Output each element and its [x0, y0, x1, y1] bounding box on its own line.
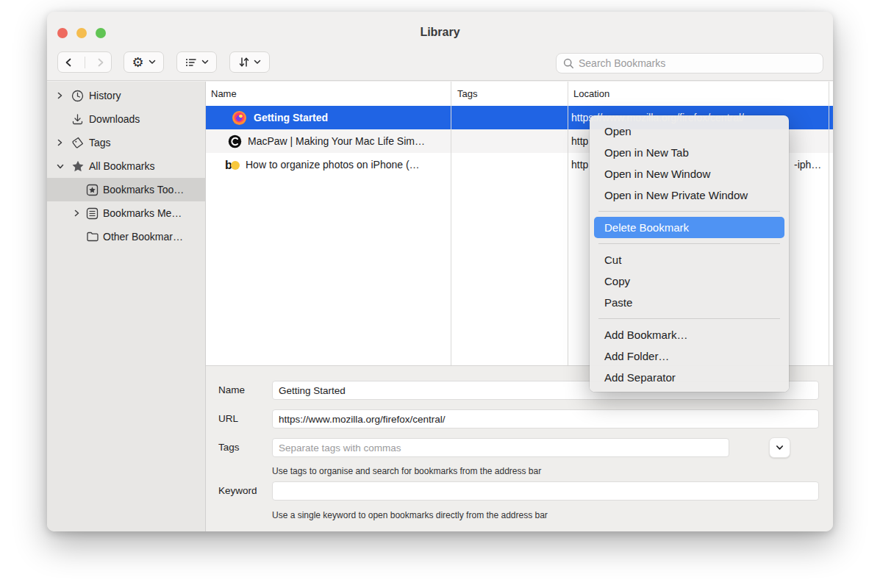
- column-header-tags[interactable]: Tags: [457, 82, 477, 106]
- menu-item-open-new-private-window[interactable]: Open in New Private Window: [590, 184, 789, 206]
- star-icon: [71, 160, 85, 173]
- download-icon: [71, 113, 84, 126]
- sidebar-item-tags[interactable]: Tags: [47, 131, 205, 154]
- sort-menu-button[interactable]: [229, 51, 270, 73]
- sidebar-item-downloads[interactable]: Downloads: [47, 107, 205, 131]
- sidebar-item-label: Bookmarks Me…: [103, 207, 182, 219]
- bookmark-name: Getting Started: [254, 112, 328, 123]
- chevron-down-icon: [201, 60, 209, 65]
- bookmark-location: http: [571, 129, 588, 153]
- tags-field[interactable]: [272, 438, 729, 457]
- firefox-favicon: [232, 111, 246, 125]
- menu-item-open-new-window[interactable]: Open in New Window: [590, 163, 789, 184]
- menu-item-cut[interactable]: Cut: [590, 249, 789, 270]
- sidebar: History Downloads Tags All Bookmarks Boo…: [47, 82, 205, 531]
- organize-menu-button[interactable]: ⚙: [124, 51, 164, 73]
- menu-item-open[interactable]: Open: [590, 121, 789, 142]
- bookmarks-toolbar-icon: [86, 184, 99, 196]
- chevron-down-icon: [149, 60, 156, 65]
- chevron-right-icon[interactable]: [57, 139, 64, 146]
- tags-dropdown-button[interactable]: [769, 437, 790, 458]
- sidebar-item-bookmarks-menu[interactable]: Bookmarks Me…: [47, 201, 205, 225]
- history-nav-group: [57, 51, 112, 73]
- tags-label: Tags: [218, 442, 240, 453]
- tags-help-text: Use tags to organise and search for book…: [272, 466, 541, 476]
- keyword-field[interactable]: [272, 481, 819, 501]
- back-button[interactable]: [58, 52, 80, 72]
- search-field[interactable]: [556, 53, 823, 74]
- sidebar-item-label: Downloads: [89, 113, 140, 125]
- menu-item-paste[interactable]: Paste: [590, 292, 789, 313]
- bookmark-name: MacPaw | Making Your Mac Life Sim…: [248, 135, 425, 147]
- column-divider[interactable]: [568, 82, 568, 365]
- chevron-down-icon: [776, 445, 784, 451]
- chevron-left-icon: [65, 58, 73, 67]
- chevron-down-icon[interactable]: [57, 163, 64, 170]
- library-window: Library ⚙: [47, 12, 833, 531]
- menu-item-copy[interactable]: Copy: [590, 270, 789, 292]
- clock-icon: [71, 90, 84, 102]
- sidebar-item-bookmarks-toolbar[interactable]: Bookmarks Too…: [47, 178, 205, 201]
- chevron-right-icon[interactable]: [74, 209, 81, 217]
- search-icon: [563, 58, 574, 69]
- keyword-label: Keyword: [218, 485, 257, 496]
- column-divider[interactable]: [451, 82, 451, 365]
- views-menu-button[interactable]: [176, 51, 217, 73]
- url-field[interactable]: [272, 409, 819, 429]
- menu-separator: [598, 243, 780, 244]
- menu-item-add-folder[interactable]: Add Folder…: [590, 345, 789, 367]
- menu-item-add-separator[interactable]: Add Separator: [590, 367, 789, 388]
- forward-button[interactable]: [89, 52, 111, 72]
- bookmark-name: How to organize photos on iPhone (…: [246, 159, 420, 171]
- tag-icon: [71, 137, 85, 149]
- menu-item-open-new-tab[interactable]: Open in New Tab: [590, 142, 789, 163]
- window-chrome: Library ⚙: [47, 12, 833, 81]
- column-header-location[interactable]: Location: [573, 82, 609, 106]
- sidebar-item-label: All Bookmarks: [89, 160, 154, 172]
- screenshot-root: Library ⚙: [0, 0, 894, 588]
- b-favicon: b: [225, 158, 240, 172]
- bookmarks-menu-icon: [86, 207, 99, 220]
- chevron-right-icon: [96, 58, 104, 67]
- menu-item-add-bookmark[interactable]: Add Bookmark…: [590, 324, 789, 345]
- menu-separator: [598, 318, 780, 319]
- sidebar-item-label: History: [89, 90, 121, 101]
- sidebar-item-other-bookmarks[interactable]: Other Bookmar…: [47, 225, 205, 248]
- sidebar-item-history[interactable]: History: [47, 84, 205, 107]
- list-view-icon: [185, 57, 197, 68]
- folder-icon: [86, 231, 99, 243]
- window-title: Library: [47, 26, 833, 39]
- macpaw-favicon: [228, 135, 242, 148]
- context-menu: Open Open in New Tab Open in New Window …: [590, 115, 789, 392]
- sort-arrows-icon: [239, 57, 249, 68]
- chevron-right-icon[interactable]: [57, 92, 64, 99]
- bookmark-location-end: -iph…: [794, 153, 821, 176]
- segment-divider: [85, 57, 85, 68]
- menu-item-delete-bookmark[interactable]: Delete Bookmark: [594, 217, 784, 238]
- sidebar-item-label: Tags: [89, 137, 111, 148]
- sidebar-item-label: Other Bookmar…: [103, 231, 183, 243]
- name-label: Name: [218, 384, 245, 395]
- menu-separator: [598, 211, 780, 212]
- column-divider[interactable]: [829, 82, 829, 365]
- keyword-help-text: Use a single keyword to open bookmarks d…: [272, 510, 548, 520]
- sidebar-item-all-bookmarks[interactable]: All Bookmarks: [47, 154, 205, 178]
- gear-icon: ⚙: [132, 56, 143, 69]
- sidebar-item-label: Bookmarks Too…: [103, 184, 184, 196]
- search-input[interactable]: [579, 57, 816, 69]
- chevron-down-icon: [254, 60, 261, 65]
- bookmark-location: http: [571, 153, 588, 176]
- column-header-name[interactable]: Name: [211, 82, 237, 106]
- url-label: URL: [218, 413, 238, 424]
